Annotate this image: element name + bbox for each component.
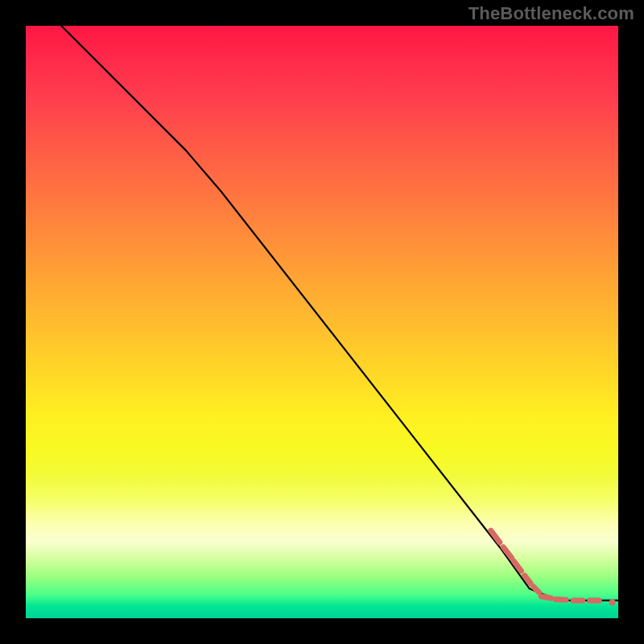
marker-dot [609,599,615,605]
chart-frame: TheBottleneck.com [0,0,644,644]
plot-svg [26,26,618,618]
plot-area [26,26,618,618]
marker-dash [534,587,539,592]
bottleneck-curve [61,26,618,601]
marker-dash [541,597,551,598]
bottom-markers [491,530,616,605]
marker-dash [503,547,511,558]
marker-dash [491,530,500,543]
marker-dash [555,599,566,600]
watermark-label: TheBottleneck.com [469,3,634,24]
